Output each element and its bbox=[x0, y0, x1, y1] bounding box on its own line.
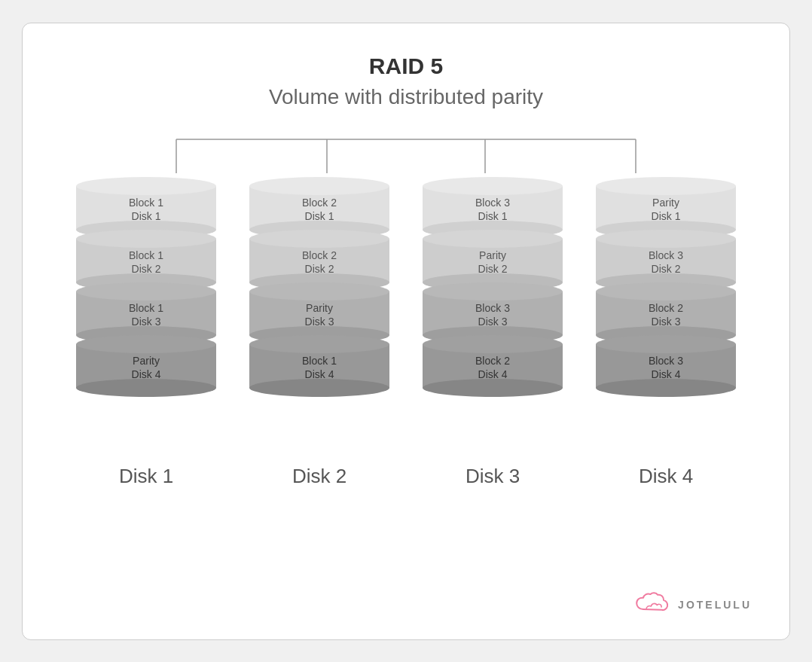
svg-text:Block 1: Block 1 bbox=[302, 355, 337, 367]
svg-text:Block 2: Block 2 bbox=[475, 355, 510, 367]
svg-point-12 bbox=[76, 230, 216, 248]
svg-text:Parity: Parity bbox=[133, 355, 160, 367]
svg-point-27 bbox=[249, 177, 389, 195]
svg-point-61 bbox=[423, 379, 563, 397]
disk-svg-4: ParityDisk 1Block 3Disk 2Block 2Disk 3Bl… bbox=[594, 177, 737, 450]
cloud-icon bbox=[634, 591, 670, 618]
disk-column-2: Block 2Disk 1Block 2Disk 2ParityDisk 3Bl… bbox=[244, 177, 395, 488]
svg-text:Block 3: Block 3 bbox=[649, 249, 683, 261]
svg-point-62 bbox=[423, 335, 563, 353]
svg-text:Block 3: Block 3 bbox=[475, 197, 510, 209]
svg-text:Disk 3: Disk 3 bbox=[478, 316, 508, 328]
svg-point-81 bbox=[596, 379, 736, 397]
svg-point-32 bbox=[249, 230, 389, 248]
svg-text:Block 2: Block 2 bbox=[649, 302, 683, 314]
disk-label-1: Disk 1 bbox=[119, 465, 173, 488]
svg-text:Disk 1: Disk 1 bbox=[305, 210, 334, 222]
svg-text:Parity: Parity bbox=[479, 249, 506, 261]
disk-column-4: ParityDisk 1Block 3Disk 2Block 2Disk 3Bl… bbox=[591, 177, 741, 488]
svg-point-77 bbox=[596, 282, 736, 300]
disk-column-1: Block 1Disk 1Block 1Disk 2Block 1Disk 3P… bbox=[71, 177, 221, 488]
svg-point-41 bbox=[249, 379, 389, 397]
svg-text:Block 1: Block 1 bbox=[129, 249, 163, 261]
svg-text:Parity: Parity bbox=[306, 302, 333, 314]
disk-svg-2: Block 2Disk 1Block 2Disk 2ParityDisk 3Bl… bbox=[248, 177, 391, 450]
disk-column-3: Block 3Disk 1ParityDisk 2Block 3Disk 3Bl… bbox=[417, 177, 568, 488]
disk-label-3: Disk 3 bbox=[466, 465, 520, 488]
svg-text:Block 2: Block 2 bbox=[302, 249, 337, 261]
svg-text:Block 3: Block 3 bbox=[649, 355, 683, 367]
svg-text:Disk 4: Disk 4 bbox=[478, 368, 508, 380]
svg-point-57 bbox=[423, 282, 563, 300]
svg-point-47 bbox=[423, 177, 563, 195]
disk-svg-1: Block 1Disk 1Block 1Disk 2Block 1Disk 3P… bbox=[75, 177, 218, 450]
svg-text:Disk 1: Disk 1 bbox=[478, 210, 508, 222]
svg-text:Disk 2: Disk 2 bbox=[478, 263, 508, 275]
page-subtitle: Volume with distributed parity bbox=[269, 85, 543, 109]
connector-lines bbox=[105, 132, 707, 177]
svg-point-7 bbox=[76, 177, 216, 195]
branding-area: JOTELULU bbox=[634, 591, 752, 618]
svg-text:Parity: Parity bbox=[652, 197, 679, 209]
svg-point-72 bbox=[596, 230, 736, 248]
svg-point-42 bbox=[249, 335, 389, 353]
svg-text:Disk 1: Disk 1 bbox=[132, 210, 161, 222]
svg-point-22 bbox=[76, 335, 216, 353]
svg-point-82 bbox=[596, 335, 736, 353]
brand-label: JOTELULU bbox=[678, 599, 752, 611]
svg-point-37 bbox=[249, 282, 389, 300]
svg-text:Block 1: Block 1 bbox=[129, 302, 163, 314]
svg-text:Block 3: Block 3 bbox=[475, 302, 510, 314]
page-title: RAID 5 bbox=[369, 53, 443, 79]
disk-svg-3: Block 3Disk 1ParityDisk 2Block 3Disk 3Bl… bbox=[421, 177, 564, 450]
svg-text:Disk 2: Disk 2 bbox=[652, 263, 681, 275]
svg-text:Disk 4: Disk 4 bbox=[652, 368, 681, 380]
disk-label-2: Disk 2 bbox=[292, 465, 346, 488]
svg-text:Disk 1: Disk 1 bbox=[652, 210, 681, 222]
disks-row: Block 1Disk 1Block 1Disk 2Block 1Disk 3P… bbox=[71, 177, 741, 488]
svg-text:Disk 3: Disk 3 bbox=[305, 316, 334, 328]
disk-label-4: Disk 4 bbox=[639, 465, 693, 488]
svg-point-67 bbox=[596, 177, 736, 195]
main-card: RAID 5 Volume with distributed parity Bl… bbox=[22, 23, 790, 640]
svg-text:Disk 2: Disk 2 bbox=[305, 263, 334, 275]
svg-text:Block 1: Block 1 bbox=[129, 197, 163, 209]
svg-text:Disk 3: Disk 3 bbox=[652, 316, 681, 328]
svg-point-21 bbox=[76, 379, 216, 397]
svg-point-52 bbox=[423, 230, 563, 248]
svg-text:Disk 4: Disk 4 bbox=[132, 368, 161, 380]
svg-text:Block 2: Block 2 bbox=[302, 197, 337, 209]
svg-point-17 bbox=[76, 282, 216, 300]
svg-text:Disk 3: Disk 3 bbox=[132, 316, 161, 328]
svg-text:Disk 4: Disk 4 bbox=[305, 368, 334, 380]
svg-text:Disk 2: Disk 2 bbox=[132, 263, 161, 275]
